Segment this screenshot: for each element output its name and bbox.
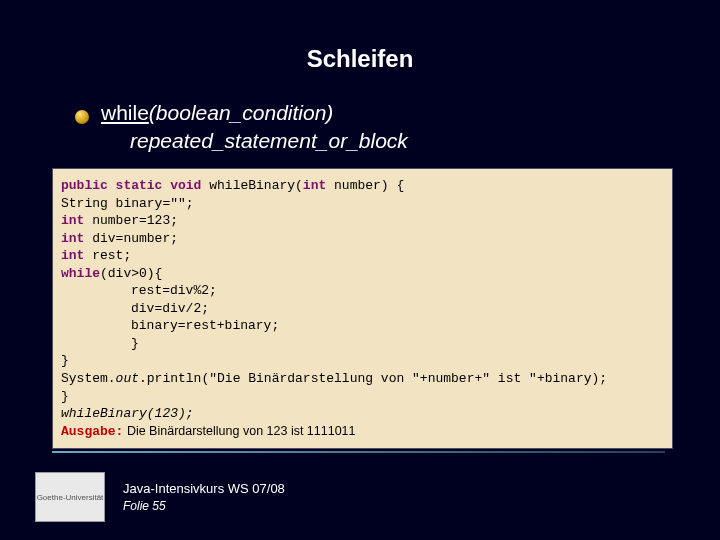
footer-text: Java-Intensivkurs WS 07/08 Folie 55	[123, 480, 285, 514]
while-keyword: while	[101, 101, 149, 124]
code-line: }	[61, 388, 664, 406]
course-label: Java-Intensivkurs WS 07/08	[123, 480, 285, 498]
code-line: int number=123;	[61, 212, 664, 230]
code-line: binary=rest+binary;	[61, 317, 664, 335]
code-line: whileBinary(123);	[61, 405, 664, 423]
code-line: public static void whileBinary(int numbe…	[61, 177, 664, 195]
syntax-block: while(boolean_condition) repeated_statem…	[75, 101, 685, 153]
code-line: while(div>0){	[61, 265, 664, 283]
code-line: }	[61, 352, 664, 370]
code-line: rest=div%2;	[61, 282, 664, 300]
code-line: int div=number;	[61, 230, 664, 248]
syntax-line1: while(boolean_condition)	[75, 101, 685, 125]
slide-footer: Goethe-Universität Java-Intensivkurs WS …	[35, 472, 285, 522]
slide-container: Schleifen while(boolean_condition) repea…	[0, 0, 720, 540]
code-line: }	[61, 335, 664, 353]
code-output: Ausgabe: Die Binärdarstellung von 123 is…	[61, 423, 664, 441]
code-line: int rest;	[61, 247, 664, 265]
syntax-text-1: while(boolean_condition)	[101, 101, 333, 125]
university-logo: Goethe-Universität	[35, 472, 105, 522]
slide-number: Folie 55	[123, 498, 285, 514]
bullet-icon	[75, 110, 89, 124]
slide-title: Schleifen	[35, 45, 685, 73]
code-line: String binary="";	[61, 195, 664, 213]
divider-bar	[52, 451, 665, 453]
code-box: public static void whileBinary(int numbe…	[52, 168, 673, 449]
syntax-text-2: repeated_statement_or_block	[130, 129, 685, 153]
code-line: System.out.println("Die Binärdarstellung…	[61, 370, 664, 388]
code-line: div=div/2;	[61, 300, 664, 318]
while-args: (boolean_condition)	[149, 101, 333, 124]
